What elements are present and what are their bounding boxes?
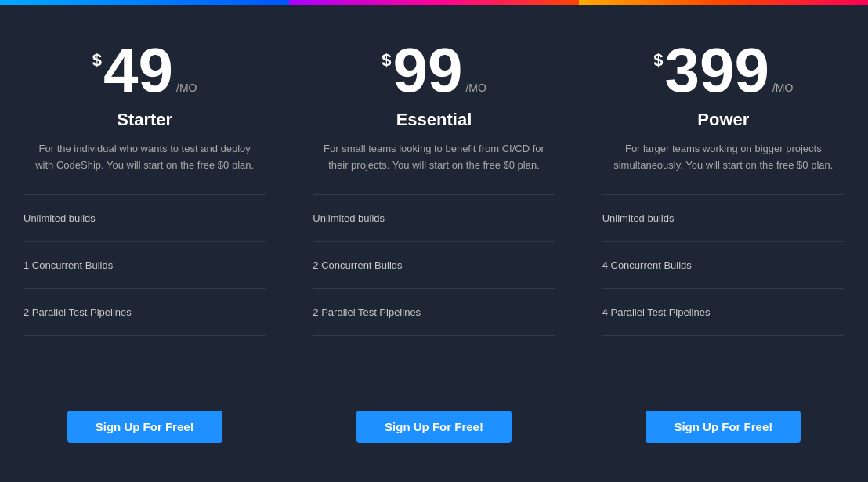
feature-item-essential-0: Unlimited builds bbox=[313, 203, 555, 234]
feature-item-starter-0: Unlimited builds bbox=[24, 203, 266, 234]
pricing-card-starter: $ 49 /MO Starter For the individual who … bbox=[0, 0, 289, 482]
features-list-essential: Unlimited builds 2 Concurrent Builds 2 P… bbox=[313, 203, 555, 411]
price-container-starter: $ 49 /MO bbox=[92, 39, 197, 102]
price-period-starter: /MO bbox=[176, 82, 197, 94]
plan-name-starter: Starter bbox=[117, 110, 172, 130]
divider-starter-0 bbox=[24, 241, 266, 242]
feature-item-power-2: 4 Parallel Test Pipelines bbox=[602, 297, 844, 328]
pricing-card-power: $ 399 /MO Power For larger teams working… bbox=[579, 0, 868, 482]
currency-symbol-power: $ bbox=[653, 50, 663, 71]
pricing-card-essential: $ 99 /MO Essential For small teams looki… bbox=[289, 0, 578, 482]
divider-essential-1 bbox=[313, 288, 555, 289]
price-amount-power: 399 bbox=[664, 39, 769, 102]
cta-button-essential[interactable]: Sign Up For Free! bbox=[356, 411, 512, 443]
feature-item-power-1: 4 Concurrent Builds bbox=[602, 250, 844, 281]
pricing-container: $ 49 /MO Starter For the individual who … bbox=[0, 0, 868, 482]
features-list-power: Unlimited builds 4 Concurrent Builds 4 P… bbox=[602, 203, 844, 411]
feature-item-power-0: Unlimited builds bbox=[602, 203, 844, 234]
currency-symbol-essential: $ bbox=[382, 50, 391, 71]
price-period-essential: /MO bbox=[465, 82, 486, 94]
feature-item-starter-1: 1 Concurrent Builds bbox=[24, 250, 266, 281]
divider-power-0 bbox=[602, 241, 844, 242]
plan-description-starter: For the individual who wants to test and… bbox=[24, 141, 266, 174]
feature-item-essential-2: 2 Parallel Test Pipelines bbox=[313, 297, 555, 328]
card-inner-power: $ 399 /MO Power For larger teams working… bbox=[579, 0, 868, 482]
plan-description-power: For larger teams working on bigger proje… bbox=[602, 141, 844, 174]
price-container-essential: $ 99 /MO bbox=[382, 39, 486, 102]
price-amount-essential: 99 bbox=[392, 39, 462, 102]
cta-button-power[interactable]: Sign Up For Free! bbox=[646, 411, 801, 443]
divider-starter-1 bbox=[24, 288, 266, 289]
divider-starter-2 bbox=[24, 335, 266, 336]
divider-essential-2 bbox=[313, 335, 555, 336]
price-period-power: /MO bbox=[772, 82, 793, 94]
cta-button-starter[interactable]: Sign Up For Free! bbox=[67, 411, 222, 443]
features-list-starter: Unlimited builds 1 Concurrent Builds 2 P… bbox=[24, 203, 266, 411]
card-inner-starter: $ 49 /MO Starter For the individual who … bbox=[0, 0, 289, 482]
plan-description-essential: For small teams looking to benefit from … bbox=[313, 141, 555, 174]
feature-item-essential-1: 2 Concurrent Builds bbox=[313, 250, 555, 281]
price-container-power: $ 399 /MO bbox=[653, 39, 793, 102]
feature-item-starter-2: 2 Parallel Test Pipelines bbox=[24, 297, 266, 328]
divider-starter-top bbox=[24, 194, 266, 195]
divider-power-top bbox=[602, 194, 844, 195]
divider-essential-top bbox=[313, 194, 555, 195]
divider-essential-0 bbox=[313, 241, 555, 242]
price-amount-starter: 49 bbox=[103, 39, 173, 102]
plan-name-power: Power bbox=[697, 110, 749, 130]
card-inner-essential: $ 99 /MO Essential For small teams looki… bbox=[289, 0, 578, 482]
divider-power-1 bbox=[602, 288, 844, 289]
plan-name-essential: Essential bbox=[396, 110, 472, 130]
currency-symbol-starter: $ bbox=[92, 50, 102, 71]
divider-power-2 bbox=[602, 335, 844, 336]
